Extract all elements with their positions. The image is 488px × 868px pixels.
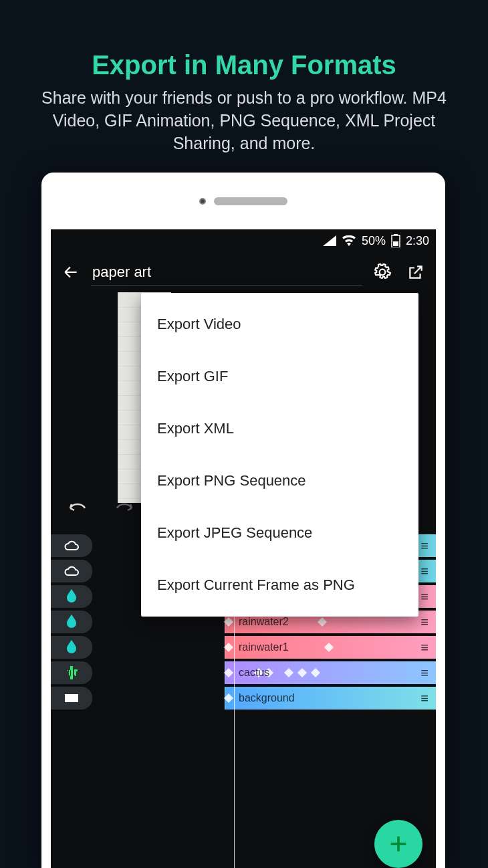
track-label: background <box>239 692 295 704</box>
back-button[interactable] <box>57 259 84 286</box>
drag-handle-icon[interactable]: ≡ <box>420 640 429 655</box>
promo-subtitle: Share with your friends or push to a pro… <box>27 87 461 154</box>
drag-handle-icon[interactable]: ≡ <box>420 564 429 579</box>
battery-percent: 50% <box>362 234 386 248</box>
plus-icon <box>387 833 410 855</box>
add-layer-fab[interactable] <box>374 820 422 868</box>
drag-handle-icon[interactable]: ≡ <box>420 691 429 706</box>
clock: 2:30 <box>406 234 429 248</box>
speaker-grille <box>214 197 287 205</box>
redo-button[interactable] <box>111 493 138 520</box>
layer-icon-cactus[interactable] <box>51 661 92 684</box>
svg-rect-3 <box>393 241 398 246</box>
redo-icon <box>114 499 134 514</box>
export-menu: Export Video Export GIF Export XML Expor… <box>141 293 418 617</box>
device-bezel <box>41 173 445 229</box>
battery-icon <box>391 234 400 247</box>
export-xml[interactable]: Export XML <box>141 403 418 455</box>
external-link-icon <box>407 263 424 281</box>
layer-icon-rainwater2[interactable] <box>51 611 92 633</box>
export-png-sequence[interactable]: Export PNG Sequence <box>141 455 418 507</box>
device-frame: 50% 2:30 paper art <box>41 173 445 868</box>
camera-dot <box>199 198 206 205</box>
track-label: rainwater1 <box>239 641 289 653</box>
wifi-icon <box>342 235 356 246</box>
export-jpeg-sequence[interactable]: Export JPEG Sequence <box>141 507 418 559</box>
track-rainwater1[interactable]: rainwater1≡ <box>225 636 436 659</box>
drag-handle-icon[interactable]: ≡ <box>420 538 429 554</box>
layer-icon-column <box>51 534 92 710</box>
track-background[interactable]: background≡ <box>225 687 436 710</box>
settings-button[interactable] <box>369 259 396 286</box>
drag-handle-icon[interactable]: ≡ <box>420 665 429 681</box>
track-cactus[interactable]: cactus≡ <box>225 661 436 684</box>
export-current-frame[interactable]: Export Current Frame as PNG <box>141 559 418 611</box>
layer-icon-cloud2[interactable] <box>51 534 92 557</box>
export-video[interactable]: Export Video <box>141 298 418 350</box>
arrow-left-icon <box>62 263 80 281</box>
drag-handle-icon[interactable]: ≡ <box>420 589 429 605</box>
track-label: rainwater2 <box>239 616 289 628</box>
drag-handle-icon[interactable]: ≡ <box>420 615 429 630</box>
export-gif[interactable]: Export GIF <box>141 350 418 403</box>
project-title-input[interactable]: paper art <box>91 259 362 286</box>
layer-icon-rainwater1[interactable] <box>51 636 92 659</box>
layer-icon-cloud1[interactable] <box>51 560 92 582</box>
signal-icon <box>323 235 336 246</box>
layer-icon-background[interactable] <box>51 687 92 710</box>
layer-icon-rainwater3[interactable] <box>51 585 92 608</box>
promo-title: Export in Many Formats <box>0 50 488 80</box>
undo-button[interactable] <box>64 493 91 520</box>
svg-rect-4 <box>65 694 78 702</box>
screen: 50% 2:30 paper art <box>51 229 436 868</box>
track-label: cactus <box>239 667 269 679</box>
status-bar: 50% 2:30 <box>51 229 436 252</box>
share-button[interactable] <box>402 259 429 286</box>
gear-icon <box>374 263 391 281</box>
undo-icon <box>68 499 88 514</box>
svg-marker-0 <box>323 235 336 246</box>
app-bar: paper art <box>51 252 436 292</box>
